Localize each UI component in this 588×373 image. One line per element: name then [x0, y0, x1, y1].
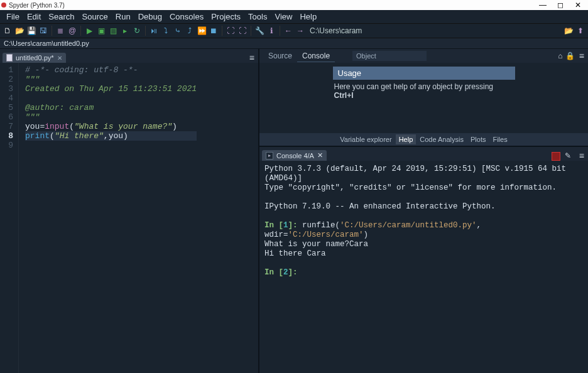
debug-icon[interactable]: ⏯: [149, 26, 159, 36]
menubar: File Edit Search Source Run Debug Consol…: [0, 10, 588, 23]
step-out-icon[interactable]: ⤴: [185, 26, 195, 36]
rerun-icon[interactable]: ↻: [132, 26, 142, 36]
open-file-icon[interactable]: 📂: [14, 26, 24, 36]
document-icon: [6, 54, 13, 62]
at-icon[interactable]: @: [67, 26, 77, 36]
preferences-icon[interactable]: 🔧: [254, 26, 264, 36]
console-tab-label: Console 4/A: [276, 152, 314, 159]
spyder-icon: [1, 3, 6, 8]
tab-variable-explorer[interactable]: Variable explorer: [337, 134, 395, 144]
tab-help[interactable]: Help: [396, 134, 416, 144]
pythonpath-icon[interactable]: ℹ: [266, 26, 276, 36]
run-selection-icon[interactable]: ▸: [120, 26, 130, 36]
menu-file[interactable]: File: [3, 11, 23, 22]
help-options-icon[interactable]: ≡: [575, 51, 588, 61]
fullscreen-icon[interactable]: ⛶: [237, 26, 248, 36]
menu-tools[interactable]: Tools: [244, 11, 271, 22]
back-icon[interactable]: ←: [283, 26, 293, 36]
editor-tabstrip: untitled0.py* ✕ ≡: [0, 49, 258, 63]
save-all-icon[interactable]: 🖫: [38, 26, 48, 36]
minimize-button[interactable]: —: [534, 1, 552, 9]
console-output[interactable]: Python 3.7.3 (default, Apr 24 2019, 15:2…: [259, 161, 588, 373]
window-title: Spyder (Python 3.7): [9, 2, 65, 9]
new-file-icon[interactable]: 🗋: [3, 26, 13, 36]
continue-icon[interactable]: ⏩: [197, 26, 207, 36]
tab-plots[interactable]: Plots: [467, 134, 489, 144]
tab-code-analysis[interactable]: Code Analysis: [416, 134, 467, 144]
editor-pane: untitled0.py* ✕ ≡ 1 2 3 4 5 6 7 8 9 # -*…: [0, 49, 259, 373]
editor-tab-untitled0[interactable]: untitled0.py* ✕: [3, 53, 66, 63]
menu-edit[interactable]: Edit: [23, 11, 45, 22]
run-cell-icon[interactable]: ▣: [96, 26, 106, 36]
maximize-pane-icon[interactable]: ⛶: [226, 26, 236, 36]
close-console-icon[interactable]: ✕: [317, 151, 323, 159]
browse-dir-icon[interactable]: 📂: [564, 26, 574, 36]
editor-options-icon[interactable]: ≡: [246, 53, 258, 63]
usage-heading: Usage: [333, 67, 515, 80]
save-icon[interactable]: 💾: [26, 26, 36, 36]
menu-help[interactable]: Help: [296, 11, 320, 22]
menu-run[interactable]: Run: [112, 11, 134, 22]
menu-view[interactable]: View: [271, 11, 296, 22]
console-tab[interactable]: ▸ Console 4/A ✕: [262, 150, 327, 161]
clear-console-icon[interactable]: ✎: [563, 151, 573, 161]
help-source-tab[interactable]: Source: [263, 50, 297, 62]
stop-debug-icon[interactable]: ⏹: [209, 26, 219, 36]
console-options-icon[interactable]: ≡: [575, 151, 588, 161]
close-tab-icon[interactable]: ✕: [57, 55, 62, 62]
menu-source[interactable]: Source: [79, 11, 112, 22]
run-icon[interactable]: ▶: [84, 26, 94, 36]
parent-dir-icon[interactable]: ⬆: [575, 26, 585, 36]
lock-icon[interactable]: 🔒: [565, 51, 575, 61]
menu-search[interactable]: Search: [45, 11, 78, 22]
step-icon[interactable]: ⤵: [161, 26, 171, 36]
tab-files[interactable]: Files: [489, 134, 510, 144]
close-button[interactable]: ✕: [569, 1, 587, 9]
object-input[interactable]: Object: [352, 51, 427, 61]
working-dir-field[interactable]: C:\Users\caram: [307, 26, 562, 35]
list-icon[interactable]: ≣: [55, 26, 65, 36]
breadcrumb: C:\Users\caram\untitled0.py: [0, 38, 588, 49]
stop-kernel-icon[interactable]: [552, 152, 560, 161]
menu-debug[interactable]: Debug: [134, 11, 166, 22]
editor-tab-label: untitled0.py*: [16, 54, 54, 62]
run-cell-advance-icon[interactable]: ▤: [108, 26, 118, 36]
forward-icon[interactable]: →: [295, 26, 305, 36]
window-titlebar: Spyder (Python 3.7) — ◻ ✕: [0, 0, 588, 10]
menu-projects[interactable]: Projects: [207, 11, 244, 22]
code-editor[interactable]: 1 2 3 4 5 6 7 8 9 # -*- coding: utf-8 -*…: [0, 63, 258, 373]
console-icon: ▸: [266, 152, 273, 159]
editor-gutter: 1 2 3 4 5 6 7 8 9: [0, 63, 19, 373]
step-into-icon[interactable]: ⤷: [173, 26, 183, 36]
help-console-tab[interactable]: Console: [297, 50, 335, 62]
help-pane: Source Console Object ⌂ 🔒 ≡ Usage Here y…: [259, 49, 588, 147]
usage-text: Here you can get help of any object by p…: [333, 80, 515, 100]
home-icon[interactable]: ⌂: [555, 51, 565, 61]
maximize-button[interactable]: ◻: [552, 1, 569, 9]
editor-content[interactable]: # -*- coding: utf-8 -*- """ Created on T…: [19, 63, 197, 373]
toolbar: 🗋 📂 💾 🖫 ≣ @ ▶ ▣ ▤ ▸ ↻ ⏯ ⤵ ⤷ ⤴ ⏩ ⏹ ⛶ ⛶ 🔧 …: [0, 23, 588, 38]
menu-consoles[interactable]: Consoles: [166, 11, 207, 22]
console-pane: ▸ Console 4/A ✕ ✎ ≡ Python 3.7.3 (defaul…: [259, 147, 588, 373]
